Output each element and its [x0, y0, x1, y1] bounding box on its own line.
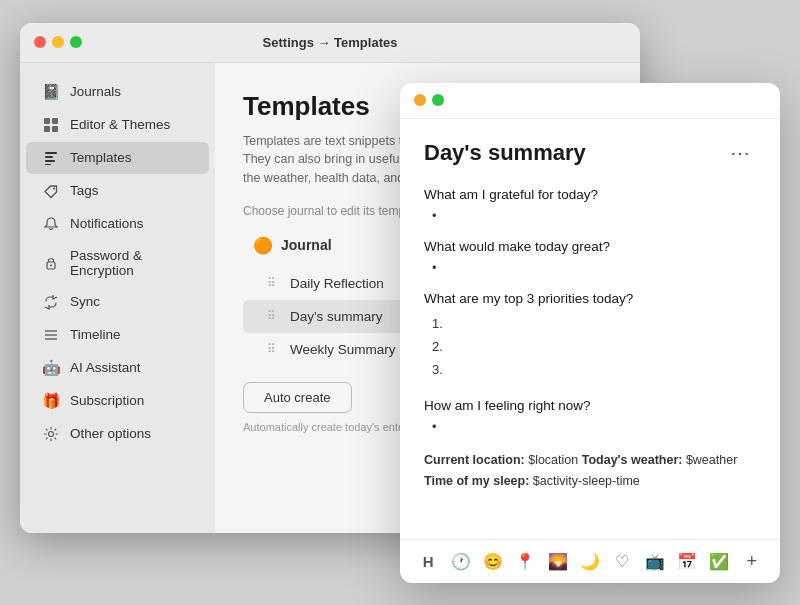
plus-icon[interactable]: +	[738, 547, 766, 575]
journals-icon: 📓	[42, 83, 60, 101]
calendar-icon[interactable]: 📅	[673, 547, 701, 575]
bullet-great: •	[424, 260, 756, 275]
editor-section-grateful: What am I grateful for today? •	[424, 187, 756, 223]
sidebar-item-journals[interactable]: 📓 Journals	[26, 76, 209, 108]
check-icon[interactable]: ✅	[705, 547, 733, 575]
sidebar-item-password-encryption[interactable]: Password & Encryption	[26, 241, 209, 285]
editor-titlebar	[400, 83, 780, 119]
question-grateful: What am I grateful for today?	[424, 187, 756, 202]
fullscreen-button[interactable]	[70, 36, 82, 48]
sidebar-item-sync[interactable]: Sync	[26, 286, 209, 318]
svg-rect-7	[45, 164, 51, 165]
sidebar-item-subscription[interactable]: 🎁 Subscription	[26, 385, 209, 417]
ai-icon: 🤖	[42, 359, 60, 377]
sidebar-item-label: Tags	[70, 183, 99, 198]
journal-name: Journal	[281, 237, 332, 253]
sidebar-item-label: Templates	[70, 150, 132, 165]
template-editor-window: Day's summary ⋯ What am I grateful for t…	[400, 83, 780, 583]
photo-icon[interactable]: 🌄	[544, 547, 572, 575]
svg-rect-3	[52, 126, 58, 132]
svg-point-14	[49, 431, 54, 436]
gear-icon	[42, 425, 60, 443]
sidebar-item-notifications[interactable]: Notifications	[26, 208, 209, 240]
sidebar: 📓 Journals Editor & Themes Templates	[20, 63, 215, 533]
editor-section-great: What would make today great? •	[424, 239, 756, 275]
window-container: Settings → Templates 📓 Journals Editor &…	[20, 23, 780, 583]
titlebar: Settings → Templates	[20, 23, 640, 63]
sidebar-item-editor-themes[interactable]: Editor & Themes	[26, 109, 209, 141]
editor-traffic-lights	[414, 94, 444, 106]
sidebar-item-templates[interactable]: Templates	[26, 142, 209, 174]
tv-icon[interactable]: 📺	[641, 547, 669, 575]
sidebar-item-label: Sync	[70, 294, 100, 309]
moon-icon[interactable]: 🌙	[576, 547, 604, 575]
editor-themes-icon	[42, 116, 60, 134]
template-name: Day's summary	[290, 309, 383, 324]
tags-icon	[42, 182, 60, 200]
sidebar-item-label: AI Assistant	[70, 360, 141, 375]
heading-icon[interactable]: H	[414, 547, 442, 575]
sidebar-item-label: Editor & Themes	[70, 117, 170, 132]
drag-icon: ⠿	[267, 309, 276, 323]
sidebar-item-tags[interactable]: Tags	[26, 175, 209, 207]
journal-emoji: 🟠	[253, 236, 273, 255]
more-options-button[interactable]: ⋯	[724, 139, 756, 167]
editor-meta: Current location: $location Today's weat…	[424, 450, 756, 493]
bullet-feeling: •	[424, 419, 756, 434]
editor-body: Day's summary ⋯ What am I grateful for t…	[400, 119, 780, 539]
heart-icon[interactable]: ♡	[608, 547, 636, 575]
clock-icon[interactable]: 🕐	[447, 547, 475, 575]
editor-minimize-button[interactable]	[414, 94, 426, 106]
emoji-icon[interactable]: 😊	[479, 547, 507, 575]
question-great: What would make today great?	[424, 239, 756, 254]
sidebar-item-ai-assistant[interactable]: 🤖 AI Assistant	[26, 352, 209, 384]
svg-rect-2	[44, 126, 50, 132]
editor-section-feeling: How am I feeling right now? •	[424, 398, 756, 434]
meta-val-location: $location	[528, 453, 578, 467]
editor-title: Day's summary	[424, 140, 586, 166]
template-name: Weekly Summary	[290, 342, 396, 357]
sidebar-item-label: Timeline	[70, 327, 121, 342]
meta-label-weather: Today's weather:	[582, 453, 683, 467]
sidebar-item-timeline[interactable]: Timeline	[26, 319, 209, 351]
traffic-lights	[34, 36, 82, 48]
subscription-icon: 🎁	[42, 392, 60, 410]
auto-create-button[interactable]: Auto create	[243, 382, 352, 413]
template-name: Daily Reflection	[290, 276, 384, 291]
sidebar-item-label: Subscription	[70, 393, 144, 408]
bullet-grateful: •	[424, 208, 756, 223]
meta-label-sleep: Time of my sleep:	[424, 474, 529, 488]
editor-header: Day's summary ⋯	[424, 139, 756, 167]
location-icon[interactable]: 📍	[511, 547, 539, 575]
sync-icon	[42, 293, 60, 311]
svg-point-10	[50, 264, 52, 266]
notifications-icon	[42, 215, 60, 233]
editor-toolbar: H 🕐 😊 📍 🌄 🌙 ♡ 📺 📅 ✅ +	[400, 539, 780, 583]
sidebar-item-label: Notifications	[70, 216, 144, 231]
window-title: Settings → Templates	[263, 35, 398, 50]
lock-icon	[42, 254, 60, 272]
numbered-priorities: 1. 2. 3.	[424, 312, 756, 382]
sidebar-item-label: Password & Encryption	[70, 248, 193, 278]
svg-rect-0	[44, 118, 50, 124]
drag-icon: ⠿	[267, 276, 276, 290]
drag-icon: ⠿	[267, 342, 276, 356]
svg-rect-5	[45, 156, 53, 158]
svg-rect-6	[45, 160, 55, 162]
sidebar-item-other-options[interactable]: Other options	[26, 418, 209, 450]
sidebar-item-label: Journals	[70, 84, 121, 99]
timeline-icon	[42, 326, 60, 344]
editor-section-priorities: What are my top 3 priorities today? 1. 2…	[424, 291, 756, 382]
editor-fullscreen-button[interactable]	[432, 94, 444, 106]
meta-label-location: Current location:	[424, 453, 525, 467]
sidebar-item-label: Other options	[70, 426, 151, 441]
svg-rect-4	[45, 152, 57, 154]
meta-val-weather: $weather	[686, 453, 737, 467]
meta-val-sleep: $activity-sleep-time	[533, 474, 640, 488]
minimize-button[interactable]	[52, 36, 64, 48]
question-feeling: How am I feeling right now?	[424, 398, 756, 413]
svg-rect-1	[52, 118, 58, 124]
close-button[interactable]	[34, 36, 46, 48]
svg-point-8	[53, 187, 55, 189]
templates-icon	[42, 149, 60, 167]
